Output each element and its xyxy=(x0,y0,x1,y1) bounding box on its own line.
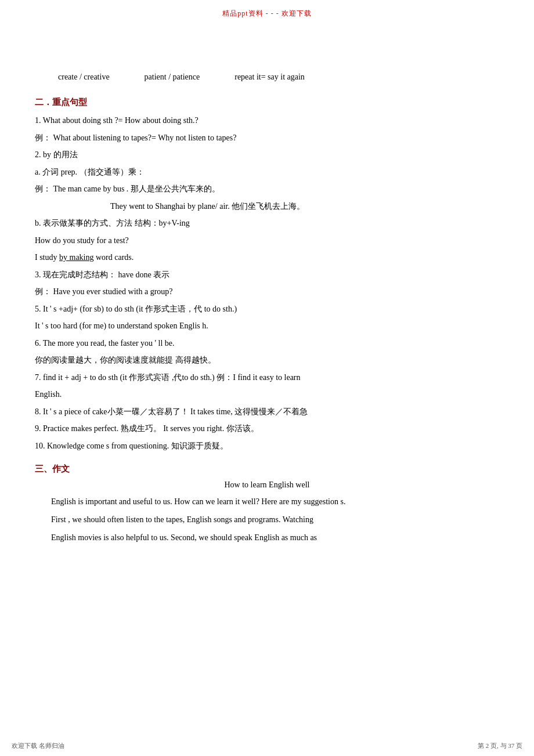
point2-sub-b-label: b. xyxy=(35,219,43,227)
point3-label: 3. xyxy=(35,270,43,279)
point9: 9. Practice makes perfect. 熟成生巧。 It serv… xyxy=(35,422,499,436)
point7-sub: English. xyxy=(35,388,499,402)
point8-label: 8. xyxy=(35,407,43,416)
point10-label: 10. xyxy=(35,442,47,450)
point3-text: 现在完成时态结构： have done 表示 xyxy=(43,270,169,279)
point10-text: Knowledge come s from questioning. 知识源于质… xyxy=(47,442,228,450)
composition-para2: First , we should often listen to the ta… xyxy=(35,512,499,527)
point2-sub-b-example1: How do you study for a test? xyxy=(35,234,499,248)
section3-title: 三、作文 xyxy=(35,464,499,475)
point2: 2. by 的用法 xyxy=(35,148,499,162)
point2-label: 2. xyxy=(35,150,43,159)
point7: 7. find it + adj + to do sth (it 作形式宾语 ,… xyxy=(35,371,499,385)
point6-label: 6. xyxy=(35,339,43,348)
page-container: 精品ppt资料 - - - 欢迎下载 create / creative pat… xyxy=(0,0,534,545)
footer-bar: 欢迎下载 名师归油 第 2 页, 与 37 页 xyxy=(0,741,534,750)
vocab-item-2: patient / patience xyxy=(145,73,200,82)
footer-left: 欢迎下载 名师归油 xyxy=(12,741,64,750)
point2-text: by 的用法 xyxy=(43,150,78,159)
point8-text: It ' s a piece of cake小菜一碟／太容易了！ It take… xyxy=(43,407,308,416)
point3-example-label: 例： xyxy=(35,287,53,296)
point9-text: Practice makes perfect. 熟成生巧。 It serves … xyxy=(43,424,259,433)
point6-text: The more you read, the faster you ' ll b… xyxy=(43,339,175,348)
vocab-line: create / creative patient / patience rep… xyxy=(35,68,499,86)
point1-example: 例： What about listening to tapes?= Why n… xyxy=(35,131,499,146)
point1-example-label: 例： xyxy=(35,133,53,142)
composition-para1: English is important and useful to us. H… xyxy=(35,494,499,509)
point2-sub-a-example1: 例： The man came by bus . 那人是坐公共汽车来的。 xyxy=(35,182,499,197)
point2-example1-text: The man came by bus . 那人是坐公共汽车来的。 xyxy=(53,185,220,193)
point1-text: What about doing sth ?= How about doing … xyxy=(43,116,199,125)
footer-right: 第 2 页, 与 37 页 xyxy=(478,741,522,750)
point2-sub-b-example2: I study by making word cards. xyxy=(35,251,499,265)
point2-sub-a-text: 介词 prep. （指交通等）乘： xyxy=(42,168,144,176)
composition-title: How to learn English well xyxy=(35,480,499,490)
point6-sub-text: 你的阅读量越大，你的阅读速度就能提 高得越快。 xyxy=(35,356,216,364)
point7-text: find it + adj + to do sth (it 作形式宾语 ,代to… xyxy=(43,373,301,382)
point1: 1. What about doing sth ?= How about doi… xyxy=(35,114,499,128)
point9-label: 9. xyxy=(35,424,43,433)
point2-b-example1-text: How do you study for a test? xyxy=(35,236,129,245)
point2-sub-a-label: a. xyxy=(35,168,42,176)
point5-example: It ' s too hard (for me) to understand s… xyxy=(35,319,499,334)
vocab-item-1: create / creative xyxy=(58,73,110,82)
underline-bymaking: by making xyxy=(59,253,94,262)
point7-sub-text: English. xyxy=(35,390,62,399)
point6-sub: 你的阅读量越大，你的阅读速度就能提 高得越快。 xyxy=(35,353,499,368)
point5-label: 5. xyxy=(35,305,43,313)
point5-text: It ' s +adj+ (for sb) to do sth (it 作形式主… xyxy=(43,305,237,313)
point10: 10. Knowledge come s from questioning. 知… xyxy=(35,439,499,454)
section2: 二．重点句型 1. What about doing sth ?= How ab… xyxy=(35,97,499,453)
header-watermark: 精品ppt资料 - - - 欢迎下载 xyxy=(35,6,499,21)
point2-sub-a-example2: They went to Shanghai by plane/ air. 他们坐… xyxy=(110,200,499,214)
point1-label: 1. xyxy=(35,116,43,125)
point8: 8. It ' s a piece of cake小菜一碟／太容易了！ It t… xyxy=(35,405,499,419)
point2-sub-a: a. 介词 prep. （指交通等）乘： xyxy=(35,165,499,180)
top-spacer xyxy=(35,21,499,68)
point2-example2-text: They went to Shanghai by plane/ air. 他们坐… xyxy=(110,202,305,211)
point5-example-text: It ' s too hard (for me) to understand s… xyxy=(35,321,208,330)
point3: 3. 现在完成时态结构： have done 表示 xyxy=(35,268,499,283)
point3-example: 例： Have you ever studied with a group? xyxy=(35,285,499,299)
point7-label: 7. xyxy=(35,373,43,382)
composition-para3: English movies is also helpful to us. Se… xyxy=(35,530,499,545)
point1-example-text: What about listening to tapes?= Why not … xyxy=(53,133,237,142)
point2-example-label: 例： xyxy=(35,185,53,193)
section2-title: 二．重点句型 xyxy=(35,97,499,108)
point2-b-example2-text: I study by making word cards. xyxy=(35,253,134,262)
point2-sub-b-text: 表示做某事的方式、方法 结构：by+V-ing xyxy=(43,219,190,227)
vocab-item-3: repeat it= say it again xyxy=(234,73,305,82)
point5: 5. It ' s +adj+ (for sb) to do sth (it 作… xyxy=(35,302,499,317)
point3-example-text: Have you ever studied with a group? xyxy=(53,287,173,296)
point6: 6. The more you read, the faster you ' l… xyxy=(35,337,499,351)
point2-sub-b: b. 表示做某事的方式、方法 结构：by+V-ing xyxy=(35,216,499,231)
section3: 三、作文 How to learn English well English i… xyxy=(35,464,499,545)
